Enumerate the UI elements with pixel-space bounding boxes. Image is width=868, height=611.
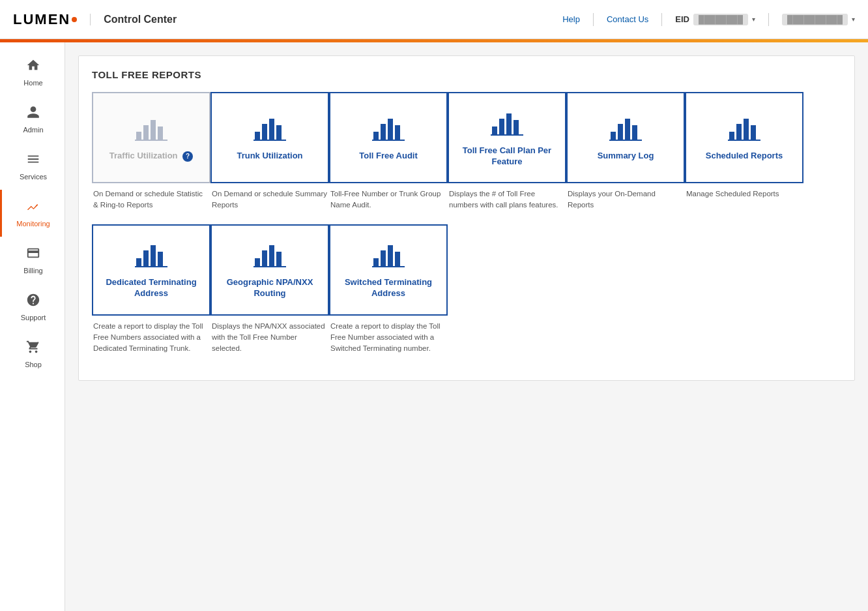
svg-rect-39 (253, 266, 286, 267)
card-trunk-utilization[interactable]: Trunk Utilization (210, 92, 329, 183)
help-link[interactable]: Help (562, 14, 580, 24)
svg-rect-6 (262, 124, 267, 140)
card-toll-free-call-plan[interactable]: Toll Free Call Plan Per Feature (448, 92, 566, 183)
home-icon (26, 58, 40, 76)
sidebar-label-admin: Admin (23, 126, 43, 134)
row-1: Traffic Utilization ? On Demand or sched… (92, 92, 841, 211)
svg-rect-32 (151, 245, 156, 266)
logo-text: LUMEN (13, 11, 70, 28)
card-block-trunk-utilization: Trunk Utilization On Demand or schedule … (210, 92, 329, 211)
eid-chevron-icon[interactable]: ▾ (752, 16, 755, 23)
card-block-traffic-utilization: Traffic Utilization ? On Demand or sched… (92, 92, 210, 211)
card-toll-free-audit[interactable]: Toll Free Audit (329, 92, 448, 183)
sidebar: Home Admin Services Monitoring Billing (0, 42, 65, 611)
svg-rect-3 (158, 127, 163, 140)
svg-rect-29 (728, 140, 760, 141)
chart-icon-trunk (252, 113, 287, 144)
divider (593, 13, 594, 26)
card-geographic-npa[interactable]: Geographic NPA/NXX Routing (210, 224, 329, 316)
card-title-toll-free-call-plan: Toll Free Call Plan Per Feature (456, 145, 558, 168)
card-traffic-utilization[interactable]: Traffic Utilization ? (92, 92, 210, 183)
services-icon (26, 152, 40, 170)
help-badge-traffic[interactable]: ? (182, 151, 193, 162)
svg-rect-12 (388, 119, 393, 140)
svg-rect-34 (135, 266, 167, 267)
content-panel: TOLL FREE REPORTS (78, 55, 855, 381)
svg-rect-22 (625, 119, 630, 140)
svg-rect-37 (269, 245, 274, 266)
svg-rect-23 (632, 125, 637, 140)
user-section: ██████████ ▾ (782, 14, 855, 25)
card-desc-toll-free-call-plan: Displays the # of Toll Free numbers with… (448, 188, 566, 211)
contact-us-link[interactable]: Contact Us (607, 14, 648, 24)
card-block-scheduled-reports: Scheduled Reports Manage Scheduled Repor… (685, 92, 803, 211)
svg-rect-25 (729, 132, 734, 140)
card-desc-dedicated: Create a report to display the Toll Free… (92, 321, 210, 355)
card-switched-terminating[interactable]: Switched Terminating Address (329, 224, 448, 316)
card-desc-toll-free-audit: Toll-Free Number or Trunk Group Name Aud… (329, 188, 448, 211)
sidebar-item-admin[interactable]: Admin (0, 96, 65, 143)
card-dedicated-terminating[interactable]: Dedicated Terminating Address (92, 224, 210, 316)
svg-rect-1 (143, 125, 149, 140)
sidebar-label-home: Home (23, 79, 42, 87)
card-block-switched: Switched Terminating Address Create a re… (329, 224, 448, 355)
card-title-toll-free-audit: Toll Free Audit (359, 151, 418, 162)
app-title: Control Center (90, 14, 177, 25)
user-chevron-icon[interactable]: ▾ (852, 16, 855, 23)
main-content: TOLL FREE REPORTS (65, 42, 868, 611)
sidebar-label-services: Services (20, 173, 47, 181)
svg-rect-9 (253, 140, 286, 141)
card-desc-traffic-utilization: On Demand or schedule Statistic & Ring-t… (92, 188, 210, 211)
svg-rect-26 (736, 124, 742, 140)
svg-rect-21 (618, 124, 623, 140)
card-scheduled-reports[interactable]: Scheduled Reports (685, 92, 803, 183)
chart-icon-audit (371, 113, 406, 144)
svg-rect-30 (136, 258, 141, 266)
card-block-geographic: Geographic NPA/NXX Routing Displays the … (210, 224, 329, 355)
sidebar-item-support[interactable]: Support (0, 284, 65, 331)
sidebar-item-monitoring[interactable]: Monitoring (0, 190, 65, 237)
card-title-summary-log: Summary Log (598, 151, 654, 162)
chart-icon-switched (371, 240, 406, 271)
card-title-traffic-utilization: Traffic Utilization ? (109, 151, 193, 162)
svg-rect-33 (158, 252, 163, 266)
svg-rect-14 (372, 140, 405, 141)
svg-rect-0 (136, 132, 141, 140)
card-desc-scheduled-reports: Manage Scheduled Reports (685, 188, 803, 200)
card-block-summary-log: Summary Log Displays your On-Demand Repo… (566, 92, 685, 211)
svg-rect-31 (143, 250, 149, 266)
logo: LUMEN (13, 11, 77, 28)
sidebar-item-billing[interactable]: Billing (0, 237, 65, 284)
svg-rect-5 (255, 132, 260, 140)
svg-rect-7 (269, 119, 274, 140)
divider2 (661, 13, 662, 26)
user-value: ██████████ (782, 14, 848, 25)
card-block-toll-free-call-plan: Toll Free Call Plan Per Feature Displays… (448, 92, 566, 211)
svg-rect-19 (491, 134, 523, 136)
card-desc-summary-log: Displays your On-Demand Reports (566, 188, 685, 211)
chart-icon-dedicated (134, 240, 169, 271)
section-title: TOLL FREE REPORTS (92, 69, 841, 80)
chart-icon-scheduled (727, 113, 762, 144)
sidebar-item-shop[interactable]: Shop (0, 331, 65, 378)
top-bar-right: Help Contact Us EID ████████ ▾ █████████… (562, 13, 855, 26)
sidebar-label-monitoring: Monitoring (16, 220, 50, 228)
support-icon (26, 293, 40, 311)
logo-dot (72, 17, 77, 22)
card-block-dedicated: Dedicated Terminating Address Create a r… (92, 224, 210, 355)
card-summary-log[interactable]: Summary Log (566, 92, 685, 183)
row-2: Dedicated Terminating Address Create a r… (92, 224, 841, 355)
card-desc-switched: Create a report to display the Toll Free… (329, 321, 448, 355)
chart-icon-call-plan (489, 108, 525, 139)
svg-rect-36 (262, 250, 267, 266)
top-bar: LUMEN Control Center Help Contact Us EID… (0, 0, 868, 39)
svg-rect-4 (135, 140, 167, 141)
sidebar-item-home[interactable]: Home (0, 49, 65, 96)
sidebar-label-shop: Shop (25, 361, 42, 368)
svg-rect-13 (395, 125, 400, 140)
svg-rect-15 (492, 127, 497, 134)
svg-rect-44 (372, 266, 405, 267)
card-title-geographic: Geographic NPA/NXX Routing (218, 277, 321, 299)
svg-rect-2 (151, 120, 156, 140)
sidebar-item-services[interactable]: Services (0, 143, 65, 190)
